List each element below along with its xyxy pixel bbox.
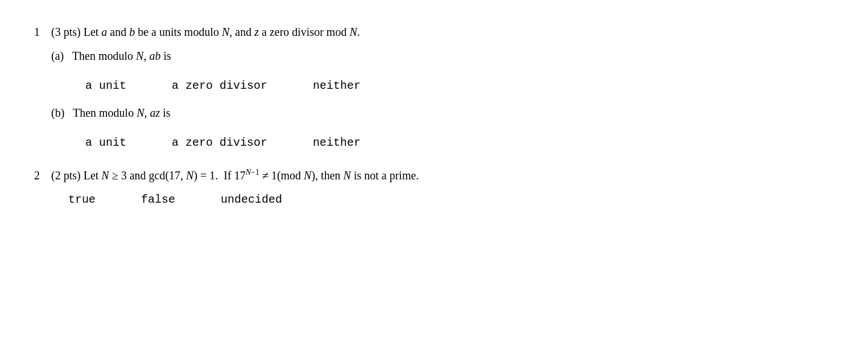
choice-2-false[interactable]: false — [141, 193, 175, 206]
choice-1a-zero-divisor[interactable]: a zero divisor — [172, 79, 267, 92]
problem-1a: (a) Then modulo N, ab is a unit a zero d… — [51, 47, 834, 92]
problem-1-number: 1 — [34, 26, 46, 39]
problem-2: 2 (2 pts) Let N ≥ 3 and gcd(17, N) = 1. … — [34, 166, 834, 206]
problem-2-header: 2 (2 pts) Let N ≥ 3 and gcd(17, N) = 1. … — [34, 166, 834, 184]
problem-2-text: (2 pts) Let N ≥ 3 and gcd(17, N) = 1. If… — [51, 166, 419, 184]
problem-1b-label: (b) Then modulo N, az is — [51, 104, 834, 122]
problem-1b: (b) Then modulo N, az is a unit a zero d… — [51, 104, 834, 149]
problem-1: 1 (3 pts) Let a and b be a units modulo … — [34, 23, 834, 149]
problem-2-number: 2 — [34, 169, 46, 182]
problem-1a-choices: a unit a zero divisor neither — [85, 79, 834, 92]
problem-1-header: 1 (3 pts) Let a and b be a units modulo … — [34, 23, 834, 41]
choice-2-true[interactable]: true — [68, 193, 96, 206]
problem-2-choices: true false undecided — [68, 193, 834, 206]
choice-1a-unit[interactable]: a unit — [85, 79, 126, 92]
problem-1b-choices: a unit a zero divisor neither — [85, 136, 834, 149]
choice-2-undecided[interactable]: undecided — [221, 193, 282, 206]
choice-1b-unit[interactable]: a unit — [85, 136, 126, 149]
choice-1a-neither[interactable]: neither — [313, 79, 361, 92]
choice-1b-zero-divisor[interactable]: a zero divisor — [172, 136, 267, 149]
choice-1b-neither[interactable]: neither — [313, 136, 361, 149]
problem-1-text: (3 pts) Let a and b be a units modulo N,… — [51, 23, 360, 41]
problem-1a-label: (a) Then modulo N, ab is — [51, 47, 834, 65]
